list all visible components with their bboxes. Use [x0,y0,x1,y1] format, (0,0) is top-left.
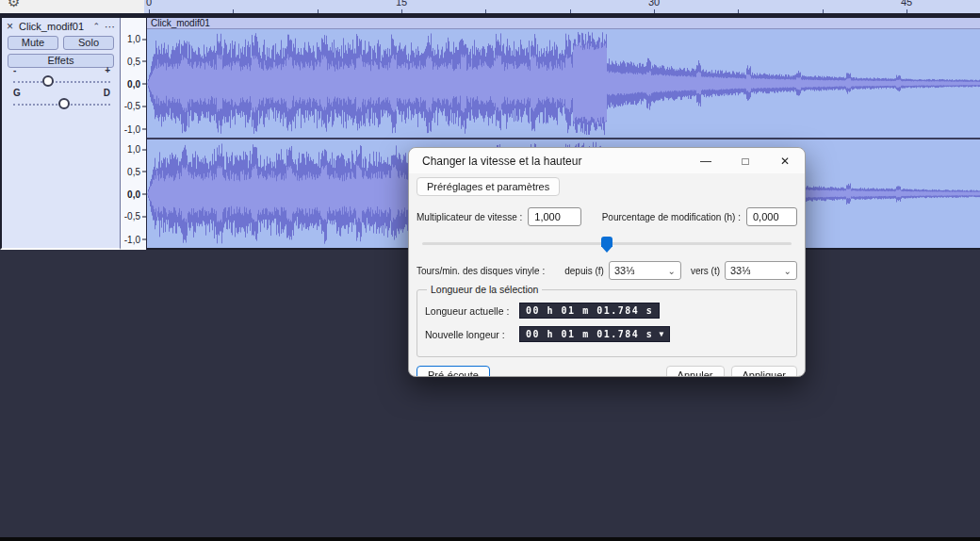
scale-label: 1,0 [127,34,140,44]
pan-left-label: G [13,88,21,98]
chevron-up-icon[interactable]: ⌃ [92,22,100,31]
dialog-title-bar[interactable]: Changer la vitesse et la hauteur — □ ✕ [409,148,805,173]
clip-title-bar[interactable]: Click_modif01 [147,18,980,29]
dialog-title: Changer la vitesse et la hauteur [422,155,581,168]
selection-length-legend: Longueur de la sélection [427,284,542,295]
scale-label: -0,5 [124,101,140,111]
vertical-scale-ruler[interactable]: 1,0 0,5 0,0 -0,5 -1,0 1,0 0,5 0,0 -0,5 -… [121,18,146,250]
scale-label: -1,0 [124,123,140,134]
toolbar-strip: ⚙ [0,0,144,13]
speed-slider [422,237,792,252]
apply-button[interactable]: Appliquer [731,366,797,377]
gear-icon[interactable]: ⚙ [8,0,20,10]
new-length-field[interactable]: 00 h 01 m 01.784 s ▼ [519,326,670,342]
vinyl-from-value: 33⅓ [614,265,634,276]
vinyl-to-label: vers (t) [691,266,720,276]
chevron-down-icon: ⌄ [668,266,676,276]
dropdown-arrow-icon[interactable]: ▼ [659,330,663,338]
timeline-label: 15 [396,0,407,8]
timeline-label: 30 [648,0,660,8]
audacity-window: ⚙ 0 15 30 45 × Click_modif01 ⌃ ⋯ Mute So… [0,0,980,541]
speed-multiplier-input[interactable]: 1,000 [528,207,581,226]
track-control-panel: × Click_modif01 ⌃ ⋯ Mute Solo Effets - +… [0,18,121,250]
mute-button[interactable]: Mute [8,36,58,50]
pan-right-label: D [104,88,110,98]
close-track-icon[interactable]: × [7,20,13,33]
dialog-close-button[interactable]: ✕ [765,148,805,173]
waveform-channel-1[interactable] [147,29,980,138]
scale-label: 0,0 [127,189,140,199]
volume-max-label: + [105,65,110,75]
scale-label: -0,5 [124,211,140,221]
effects-button[interactable]: Effets [8,54,114,68]
scale-label: -1,0 [124,234,140,244]
volume-slider-thumb[interactable] [42,75,54,87]
percent-change-input[interactable]: 0,000 [746,207,797,226]
scale-label: 0,5 [127,166,140,176]
new-length-value: 00 h 01 m 01.784 s [526,329,653,339]
cancel-button[interactable]: Annuler [666,366,725,377]
track-title[interactable]: Click_modif01 [19,21,92,32]
volume-min-label: - [13,65,16,75]
track-menu-icon[interactable]: ⋯ [105,21,115,33]
selection-length-group: Longueur de la sélection Longueur actuel… [416,289,797,357]
scale-channel-1: 1,0 0,5 0,0 -0,5 -1,0 [121,29,146,138]
speed-slider-thumb[interactable] [601,237,612,253]
chevron-down-icon: ⌄ [784,266,792,276]
timeline-ruler[interactable]: 0 15 30 45 [144,0,980,13]
current-length-field[interactable]: 00 h 01 m 01.784 s [519,303,660,319]
new-length-label: Nouvelle longeur : [425,329,519,340]
vinyl-from-label: depuis (f) [564,266,604,276]
pan-slider-thumb[interactable] [58,98,70,109]
bottom-edge [0,537,980,541]
scale-channel-2: 1,0 0,5 0,0 -0,5 -1,0 [121,139,146,248]
timeline-label: 0 [146,0,152,8]
current-length-label: Longueur actuelle : [425,305,519,317]
speed-multiplier-label: Multiplicateur de vitesse : [416,212,522,222]
change-speed-dialog: Changer la vitesse et la hauteur — □ ✕ P… [408,147,806,377]
track-header: × Click_modif01 ⌃ ⋯ [2,18,120,34]
scale-label: 0,0 [127,78,140,89]
vinyl-rpm-label: Tours/min. des disques vinyle : [416,266,545,276]
solo-button[interactable]: Solo [63,36,114,50]
vinyl-to-value: 33⅓ [730,265,750,276]
minimize-button[interactable]: — [686,148,726,173]
vinyl-from-select[interactable]: 33⅓ ⌄ [609,261,681,280]
scale-label: 1,0 [127,144,140,155]
vinyl-to-select[interactable]: 33⅓ ⌄ [725,261,797,280]
maximize-button[interactable]: □ [726,148,765,173]
percent-change-label: Pourcentage de modification (h) : [602,212,741,222]
timeline-label: 45 [901,0,912,8]
presets-button[interactable]: Préréglages et paramètres [416,177,560,196]
scale-label: 0,5 [127,56,140,66]
volume-slider-track[interactable] [13,81,110,83]
preview-button[interactable]: Pré-écoute [416,366,490,377]
